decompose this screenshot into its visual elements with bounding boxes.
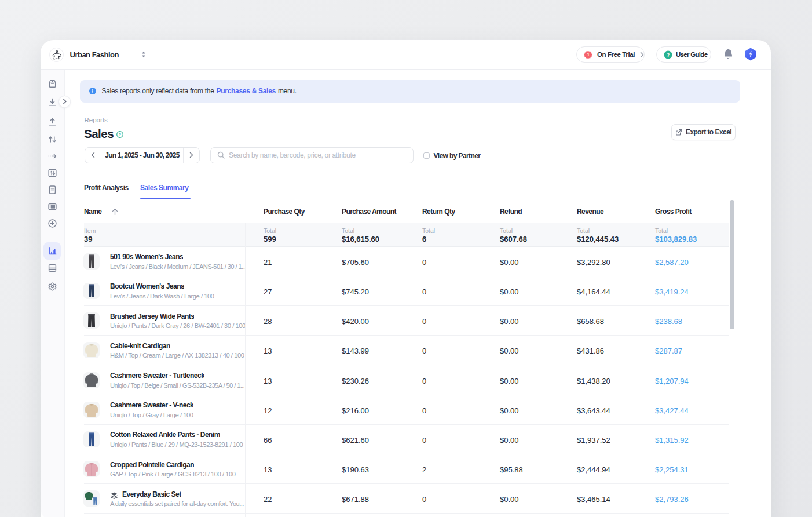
svg-text:?: ? [667, 52, 670, 57]
svg-text:?: ? [118, 132, 121, 137]
